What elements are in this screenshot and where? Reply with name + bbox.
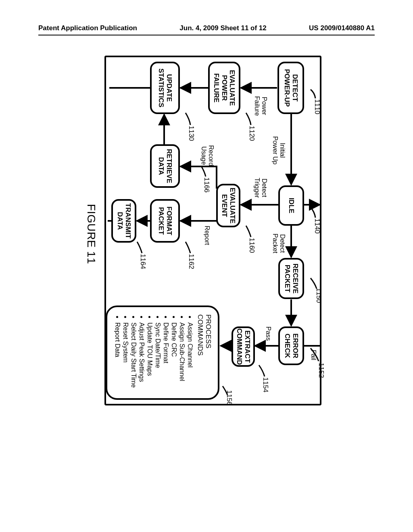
ref-1130: 1130 xyxy=(187,126,195,141)
header-right: US 2009/0140880 A1 xyxy=(309,24,375,32)
ref-1140: 1140 xyxy=(313,218,321,234)
node-label: UPDATESTATISTICS xyxy=(157,69,173,108)
header-left: Patent Application Publication xyxy=(38,24,137,32)
edge-report: Report xyxy=(203,226,211,254)
node-label: EXTRACTCOMMAND xyxy=(235,328,251,365)
list-item: Sync Date/Time xyxy=(154,322,161,392)
edge-fail: Fail xyxy=(310,350,317,366)
node-format-packet: FORMATPACKET xyxy=(150,199,180,243)
ref-1154: 1154 xyxy=(261,377,269,393)
edge-power-failure: PowerFailure xyxy=(253,92,268,120)
list-item: Select Daily Start Time xyxy=(130,322,137,392)
node-error-check: ERRORCHECK xyxy=(278,326,304,365)
list-item: Define CRC xyxy=(170,322,177,392)
header-center: Jun. 4, 2009 Sheet 11 of 12 xyxy=(179,24,266,32)
node-label: TRANSMITDATA xyxy=(116,203,131,239)
node-label: DETECTPOWER-UP xyxy=(283,69,298,107)
edge-detect-packet: DetectPacket xyxy=(271,227,286,260)
node-label: RECEIVEPACKET xyxy=(283,264,299,294)
ref-1150: 1150 xyxy=(315,288,323,303)
edge-initial-powerup: InitialPower Up xyxy=(271,128,286,172)
node-label: IDLE xyxy=(287,198,295,214)
edge-detect-trigger: DetectTrigger xyxy=(253,172,268,204)
list-item: Report Data xyxy=(114,322,121,392)
page: Patent Application Publication Jun. 4, 2… xyxy=(0,0,413,532)
ref-1160: 1160 xyxy=(248,238,256,253)
ref-1166: 1166 xyxy=(202,177,211,193)
node-update-statistics: UPDATESTATISTICS xyxy=(150,62,180,114)
process-commands-title: PROCESS COMMANDS xyxy=(196,314,212,392)
list-item: Update TOU Maps xyxy=(146,322,153,392)
figure-11: DETECTPOWER-UP EVALUATEPOWERFAILURE UPDA… xyxy=(77,52,336,414)
list-item: Assign Channel xyxy=(186,322,194,392)
node-label: EVALUATEPOWERFAILURE xyxy=(213,70,236,106)
figure-canvas: DETECTPOWER-UP EVALUATEPOWERFAILURE UPDA… xyxy=(77,52,336,414)
figure-caption: FIGURE 11 xyxy=(85,204,98,264)
process-commands-list: Assign Channel Assign Sub-Channel Define… xyxy=(114,314,194,392)
node-transmit-data: TRANSMITDATA xyxy=(111,199,136,243)
ref-1110: 1110 xyxy=(313,99,321,114)
node-label: RETRIEVEDATA xyxy=(157,149,173,183)
ref-1164: 1164 xyxy=(139,254,147,269)
node-label: EVALUATEEVENT xyxy=(220,187,236,223)
node-extract-command: EXTRACTCOMMAND xyxy=(232,326,255,367)
ref-1156: 1156 xyxy=(225,390,233,405)
list-item: Define Format xyxy=(162,322,169,392)
node-label: ERRORCHECK xyxy=(283,333,299,358)
list-item: Reset System xyxy=(122,322,129,392)
node-evaluate-event: EVALUATEEVENT xyxy=(216,184,240,227)
edge-pass: Pass xyxy=(265,326,272,347)
node-detect-power-up: DETECTPOWER-UP xyxy=(277,62,304,114)
node-label: FORMATPACKET xyxy=(157,206,173,235)
page-header: Patent Application Publication Jun. 4, 2… xyxy=(38,24,375,35)
ref-1120: 1120 xyxy=(248,126,256,141)
node-receive-packet: RECEIVEPACKET xyxy=(278,258,304,299)
list-item: Adjust Peak Settings xyxy=(138,322,145,392)
list-item: Assign Sub-Channel xyxy=(178,322,186,392)
node-idle: IDLE xyxy=(278,185,304,226)
edge-record-usage: RecordUsage xyxy=(200,139,215,172)
node-evaluate-power-failure: EVALUATEPOWERFAILURE xyxy=(208,62,240,114)
ref-1152: 1152 xyxy=(317,363,325,378)
process-commands-box: PROCESS COMMANDS Assign Channel Assign S… xyxy=(106,305,219,400)
ref-1162: 1162 xyxy=(187,254,195,269)
node-retrieve-data: RETRIEVEDATA xyxy=(150,144,180,188)
